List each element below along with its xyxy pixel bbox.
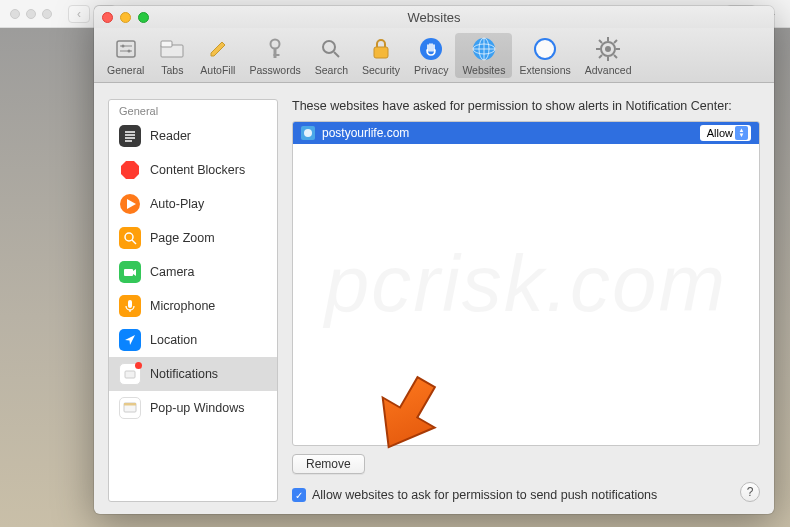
toolbar-tabs[interactable]: Tabs [151,33,193,78]
sidebar-item-label: Camera [150,265,194,279]
svg-line-27 [599,40,602,43]
website-row[interactable]: postyourlife.com Allow ▲▼ [293,122,759,144]
toolbar-websites[interactable]: Websites [455,33,512,78]
toolbar-label: Tabs [161,64,183,76]
sidebar-item-camera[interactable]: Camera [109,255,277,289]
sidebar-header: General [109,100,277,119]
sidebar-item-label: Content Blockers [150,163,245,177]
preferences-window: Websites General Tabs AutoFill Passwords… [94,6,774,514]
toolbar-label: Security [362,64,400,76]
svg-point-13 [420,38,442,60]
sidebar-item-label: Microphone [150,299,215,313]
svg-rect-6 [161,41,172,47]
stepper-arrows-icon: ▲▼ [735,126,748,140]
lock-icon [367,35,395,63]
svg-point-38 [125,233,133,241]
toolbar-search[interactable]: Search [308,33,355,78]
toolbar-label: Passwords [249,64,300,76]
pencil-icon [204,35,232,63]
sidebar-item-label: Pop-up Windows [150,401,245,415]
svg-rect-42 [128,300,132,308]
favicon-icon [301,126,315,140]
window-title: Websites [94,10,774,25]
dot-icon [10,9,20,19]
remove-button[interactable]: Remove [292,454,365,474]
website-domain: postyourlife.com [322,126,693,140]
toolbar-label: Advanced [585,64,632,76]
gear-icon [594,35,622,63]
sidebar-list: Reader Content Blockers Auto-Play Page Z… [109,119,277,425]
toolbar-general[interactable]: General [100,33,151,78]
sidebar-item-label: Page Zoom [150,231,215,245]
svg-point-20 [536,40,554,58]
sidebar-item-auto-play[interactable]: Auto-Play [109,187,277,221]
toolbar-privacy[interactable]: Privacy [407,33,455,78]
stop-icon [119,159,141,181]
compass-icon [531,35,559,63]
svg-line-39 [132,240,136,244]
toolbar-label: AutoFill [200,64,235,76]
svg-point-10 [323,41,335,53]
action-row: Remove [292,454,760,474]
toolbar-passwords[interactable]: Passwords [242,33,307,78]
watermark: pcrisk.com [325,238,727,330]
svg-rect-12 [374,47,388,58]
reader-icon [119,125,141,147]
checkbox-checked-icon[interactable]: ✓ [292,488,306,502]
svg-line-29 [614,40,617,43]
svg-point-7 [271,39,280,48]
svg-marker-41 [133,269,136,276]
allow-ask-row[interactable]: ✓ Allow websites to ask for permission t… [292,488,760,502]
sidebar-item-popup-windows[interactable]: Pop-up Windows [109,391,277,425]
toolbar-label: Search [315,64,348,76]
zoom-icon [119,227,141,249]
svg-point-4 [127,49,130,52]
svg-rect-45 [125,371,135,378]
back-button[interactable]: ‹ [68,5,90,23]
switches-icon [112,35,140,63]
svg-rect-47 [124,403,136,406]
svg-point-22 [605,46,611,52]
svg-rect-9 [274,54,280,56]
sidebar-item-label: Location [150,333,197,347]
sidebar-item-label: Notifications [150,367,218,381]
toolbar-label: General [107,64,144,76]
hand-icon [417,35,445,63]
permission-value: Allow [707,127,733,139]
content-area: General Reader Content Blockers Auto-Pla… [94,83,774,514]
dot-icon [26,9,36,19]
svg-line-28 [614,55,617,58]
help-button[interactable]: ? [740,482,760,502]
svg-line-11 [334,52,339,57]
play-icon [119,193,141,215]
sidebar-item-notifications[interactable]: Notifications [109,357,277,391]
svg-rect-40 [124,269,133,276]
checkbox-label: Allow websites to ask for permission to … [312,488,657,502]
svg-marker-35 [121,161,139,179]
toolbar-security[interactable]: Security [355,33,407,78]
toolbar-autofill[interactable]: AutoFill [193,33,242,78]
sidebar-item-content-blockers[interactable]: Content Blockers [109,153,277,187]
preferences-toolbar: General Tabs AutoFill Passwords Search S… [94,28,774,83]
sidebar-item-label: Reader [150,129,191,143]
website-list[interactable]: postyourlife.com Allow ▲▼ pcrisk.com [292,121,760,446]
svg-rect-8 [274,48,277,58]
key-icon [261,35,289,63]
sidebar-item-page-zoom[interactable]: Page Zoom [109,221,277,255]
toolbar-label: Websites [462,64,505,76]
toolbar-advanced[interactable]: Advanced [578,33,639,78]
dot-icon [42,9,52,19]
main-panel: These websites have asked for permission… [292,99,760,502]
sidebar-item-microphone[interactable]: Microphone [109,289,277,323]
sidebar-item-reader[interactable]: Reader [109,119,277,153]
sidebar-item-location[interactable]: Location [109,323,277,357]
sidebar: General Reader Content Blockers Auto-Pla… [108,99,278,502]
globe-icon [470,35,498,63]
microphone-icon [119,295,141,317]
svg-rect-0 [117,41,135,57]
svg-line-30 [599,55,602,58]
permission-select[interactable]: Allow ▲▼ [700,125,751,141]
sidebar-item-label: Auto-Play [150,197,204,211]
location-icon [119,329,141,351]
toolbar-extensions[interactable]: Extensions [512,33,577,78]
